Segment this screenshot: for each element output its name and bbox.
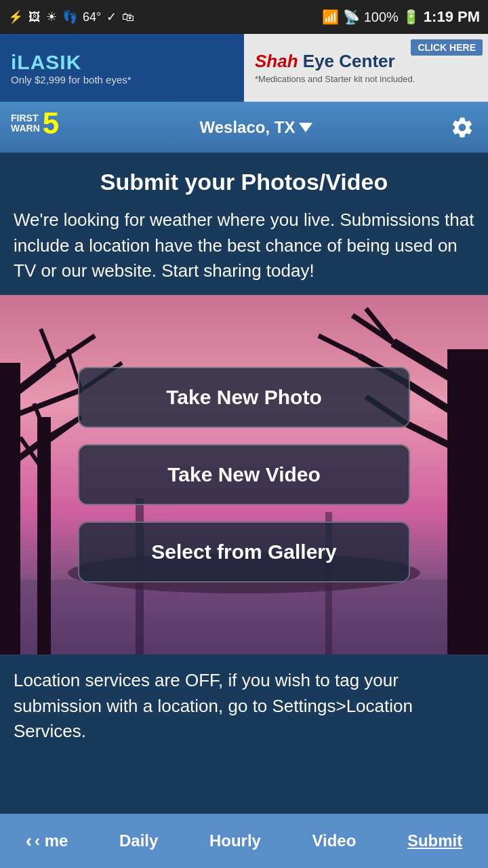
nav-submit[interactable]: Submit [396,826,473,856]
status-right: 📶 📡 100% 🔋 1:19 PM [322,8,480,26]
photo-section: Take New Photo Take New Video Select fro… [0,295,488,654]
check-icon: ✓ [106,9,117,24]
image-icon: 🖼 [28,10,41,24]
location-dropdown-icon [299,123,312,132]
status-bar: ⚡ 🖼 ☀ 👣 64° ✓ 🛍 📶 📡 100% 🔋 1:19 PM [0,0,488,34]
nav-back-button[interactable]: ‹ ‹ me [15,825,79,857]
svg-rect-13 [447,349,488,654]
take-photo-button[interactable]: Take New Photo [78,367,410,428]
select-gallery-button[interactable]: Select from Gallery [78,521,410,583]
settings-button[interactable] [447,113,477,142]
logo-inner: FIRST WARN 5 [11,108,65,138]
location-selector[interactable]: Weslaco, TX [200,118,313,137]
status-left-icons: ⚡ 🖼 ☀ 👣 64° ✓ 🛍 [8,9,134,24]
status-time: 1:19 PM [424,8,480,26]
nav-daily-label: Daily [119,831,158,850]
steps-icon: 👣 [62,9,77,24]
bottom-nav: ‹ ‹ me Daily Hourly Video Submit [0,814,488,868]
temp-display: 64° [83,10,101,24]
weather-icon: ☀ [46,9,57,24]
location-warning-text: Location services are OFF, if you wish t… [14,668,474,745]
logo-box: FIRST WARN 5 [11,108,65,146]
ad-right-section[interactable]: CLICK HERE Shah Eye Center *Medications … [244,34,488,102]
shopping-icon: 🛍 [122,10,134,24]
nav-back-label: ‹ me [35,831,68,850]
logo-text: FIRST WARN [11,113,40,134]
page-description: We're looking for weather where you live… [14,208,474,284]
svg-rect-2 [0,363,20,654]
nav-submit-label: Submit [407,831,462,850]
page-title: Submit your Photos/Video [14,169,474,195]
app-header: FIRST WARN 5 Weslaco, TX [0,102,488,153]
nav-daily[interactable]: Daily [108,826,169,856]
ad-price-text: Only $2,999 for both eyes* [11,74,233,85]
location-warning: Location services are OFF, if you wish t… [0,654,488,758]
back-arrow-icon: ‹ [26,830,32,852]
location-text: Weslaco, TX [200,118,296,137]
nav-hourly-label: Hourly [209,831,261,850]
signal-icon: 📡 [343,9,360,25]
svg-rect-22 [37,417,51,654]
ad-left-section: iLASIK Only $2,999 for both eyes* [0,34,244,102]
main-content: Submit your Photos/Video We're looking f… [0,153,488,295]
gear-icon [450,115,474,140]
battery-icon: 🔋 [403,9,420,25]
usb-icon: ⚡ [8,9,23,24]
nav-video-label: Video [312,831,356,850]
nav-hourly[interactable]: Hourly [199,826,272,856]
wifi-icon: 📶 [322,9,339,25]
logo-first-warn: FIRST WARN [11,113,40,134]
ad-disclaimer: *Medications and Starter kit not include… [255,74,477,84]
logo-number: 5 [43,108,59,138]
ad-brand-name: iLASIK [11,51,233,74]
ad-banner[interactable]: iLASIK Only $2,999 for both eyes* CLICK … [0,34,488,102]
battery-percent: 100% [364,9,399,25]
app-logo: FIRST WARN 5 [11,108,65,146]
ad-click-here-button[interactable]: CLICK HERE [411,39,483,56]
nav-video[interactable]: Video [301,826,367,856]
take-video-button[interactable]: Take New Video [78,444,410,505]
action-buttons-container: Take New Photo Take New Video Select fro… [68,367,420,583]
